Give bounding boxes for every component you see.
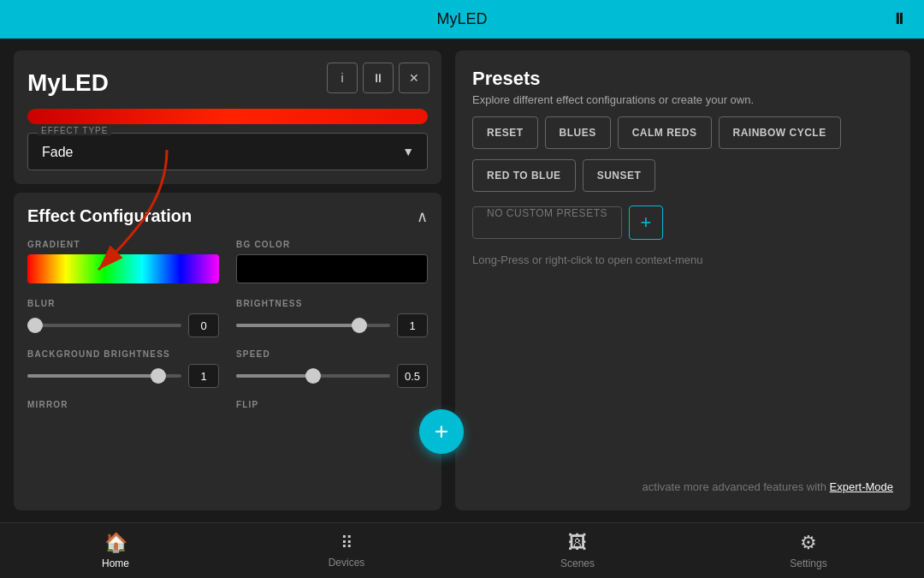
left-panel: i ⏸ ✕ MyLED EFFECT TYPE Fade Static Blin… [14,51,441,510]
device-card-actions: i ⏸ ✕ [327,63,429,93]
collapse-button[interactable]: ∧ [417,207,428,226]
flip-label: FLIP [236,400,428,409]
mirror-section: MIRROR [27,400,219,414]
info-button[interactable]: i [327,63,358,93]
nav-label-devices: Devices [329,557,365,569]
blur-section: BLUR 0 [27,299,219,337]
scenes-icon: 🖼 [568,532,587,554]
preset-reset-button[interactable]: RESET [472,116,538,149]
blur-slider-thumb[interactable] [27,318,43,333]
nav-item-devices[interactable]: ⠿ Devices [295,526,398,575]
speed-section: SPEED 0.5 [236,349,428,388]
speed-label: SPEED [236,349,428,359]
app-title: MyLED [436,10,487,28]
nav-item-settings[interactable]: ⚙ Settings [757,525,860,576]
nav-label-home: Home [102,557,129,569]
bottom-nav: 🏠 Home ⠿ Devices 🖼 Scenes ⚙ Settings [0,522,924,578]
effect-type-select[interactable]: Fade Static Blink Pulse [27,133,428,170]
speed-slider-track[interactable] [236,374,390,378]
nav-label-settings: Settings [790,557,826,569]
presets-title: Presets [472,68,893,90]
right-panel: Presets Explore different effect configu… [455,51,910,510]
mirror-label: MIRROR [27,400,219,409]
add-preset-button[interactable]: + [629,206,663,240]
preset-red-to-blue-button[interactable]: RED TO BLUE [472,159,576,192]
preset-rainbow-cycle-button[interactable]: RAINBOW CYCLE [719,116,841,149]
speed-slider-row: 0.5 [236,364,428,388]
topbar-pause-button[interactable]: ⏸ [891,10,907,28]
settings-icon: ⚙ [800,532,817,554]
main-content: i ⏸ ✕ MyLED EFFECT TYPE Fade Static Blin… [0,39,924,522]
blur-slider-track[interactable] [27,324,181,327]
close-button[interactable]: ✕ [399,63,429,93]
bg-color-label: BG COLOR [236,240,428,249]
led-preview [27,109,428,124]
gradient-label: GRADIENT [27,240,219,249]
device-card: i ⏸ ✕ MyLED EFFECT TYPE Fade Static Blin… [14,51,441,184]
fab-add-button[interactable]: + [419,409,464,454]
bg-color-section: BG COLOR [236,240,428,287]
brightness-value: 1 [397,313,428,337]
speed-slider-fill [236,374,313,378]
info-icon: i [341,71,343,85]
bg-brightness-value: 1 [188,364,219,388]
bg-brightness-slider-fill [27,374,158,378]
top-bar: MyLED ⏸ [0,0,924,39]
preset-blues-button[interactable]: BLUES [545,116,611,149]
preset-calm-reds-button[interactable]: CALM REDS [618,116,712,149]
preset-buttons-row-2: RED TO BLUE SUNSET [472,159,893,192]
gradient-section: GRADIENT [27,240,219,287]
bg-brightness-section: BACKGROUND BRIGHTNESS 1 [27,349,219,388]
close-icon: ✕ [409,71,419,85]
nav-item-scenes[interactable]: 🖼 Scenes [526,525,629,576]
brightness-section: BRIGHTNESS 1 [236,299,428,337]
nav-item-home[interactable]: 🏠 Home [64,525,167,576]
preset-buttons-row-1: RESET BLUES CALM REDS RAINBOW CYCLE [472,116,893,149]
flip-section: FLIP [236,400,428,414]
pause-button[interactable]: ⏸ [363,63,394,93]
speed-slider-thumb[interactable] [305,368,321,384]
gradient-picker[interactable] [27,254,219,283]
nav-label-scenes: Scenes [560,557,595,569]
effect-type-label: EFFECT TYPE [38,126,111,135]
devices-icon: ⠿ [341,533,353,553]
presets-subtitle: Explore different effect configurations … [472,93,893,106]
no-custom-presets-label: NO CUSTOM PRESETS [472,206,622,239]
expert-mode-hint: activate more advanced features with Exp… [472,480,893,493]
brightness-slider-thumb[interactable] [352,318,367,333]
bg-brightness-slider-thumb[interactable] [151,368,166,384]
bg-brightness-slider-track[interactable] [27,374,181,378]
blur-value: 0 [188,313,219,337]
expert-mode-link[interactable]: Expert-Mode [830,480,893,493]
brightness-slider-row: 1 [236,313,428,337]
bg-brightness-slider-row: 1 [27,364,219,388]
context-menu-hint: Long-Press or right-click to open contex… [472,253,893,266]
bg-brightness-label: BACKGROUND BRIGHTNESS [27,349,219,359]
preset-sunset-button[interactable]: SUNSET [583,159,656,192]
effect-config-card: Effect Configuration ∧ GRADIENT BG COLOR… [14,193,441,510]
home-icon: 🏠 [104,532,127,554]
expert-mode-text: activate more advanced features with [643,480,826,493]
blur-label: BLUR [27,299,219,308]
custom-presets-row: NO CUSTOM PRESETS + [472,206,893,240]
brightness-slider-track[interactable] [236,324,390,327]
effect-type-wrapper: EFFECT TYPE Fade Static Blink Pulse ▼ [27,133,428,170]
pause-icon: ⏸ [372,71,384,85]
config-grid: GRADIENT BG COLOR BLUR 0 [27,240,428,414]
brightness-label: BRIGHTNESS [236,299,428,308]
brightness-slider-fill [236,324,359,327]
blur-slider-row: 0 [27,313,219,337]
bg-color-picker[interactable] [236,254,428,283]
effect-config-title: Effect Configuration [27,206,192,226]
effect-config-header: Effect Configuration ∧ [27,206,428,226]
speed-value: 0.5 [397,364,428,388]
